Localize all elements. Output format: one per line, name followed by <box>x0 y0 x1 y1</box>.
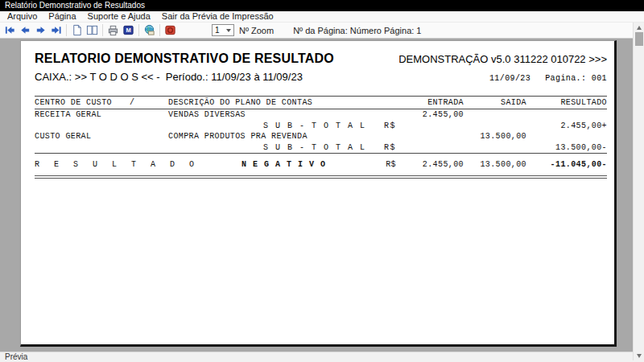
single-page-view-button[interactable] <box>69 23 85 38</box>
total-saida: 13.500,00 <box>464 160 526 169</box>
menubar: Arquivo Página Suporte e Ajuda Sair da P… <box>0 11 644 23</box>
close-preview-icon <box>164 24 176 36</box>
chevron-down-icon <box>226 29 231 32</box>
zoom-value: 1 <box>215 26 220 35</box>
titlebar: Relatório Demonstrativo de Resultados <box>0 0 644 11</box>
matrix-print-icon: M <box>122 24 134 36</box>
statusbar: Prévia <box>0 352 644 362</box>
table-double-rule <box>35 175 607 179</box>
col-header-centro: CENTRO DE CUSTO <box>35 98 123 107</box>
report-page-number: Pagina.: 001 <box>545 74 607 83</box>
next-page-button[interactable] <box>33 23 48 38</box>
next-page-icon <box>35 24 47 36</box>
web-export-button[interactable] <box>142 23 157 38</box>
col-header-resultado: RESULTADO <box>526 98 607 107</box>
print-button[interactable] <box>105 23 121 38</box>
report-filter-line: CAIXA.: >> T O D O S << - Período.: 11/0… <box>35 71 303 83</box>
last-page-button[interactable] <box>48 23 64 38</box>
previous-page-icon <box>19 24 31 36</box>
scroll-down-button[interactable] <box>634 351 644 360</box>
report-date-page: 11/09/23 Pagina.: 001 <box>489 74 607 83</box>
cell-entrada: 2.455,00 <box>396 110 464 119</box>
report-date: 11/09/23 <box>489 74 530 83</box>
vertical-scrollbar[interactable] <box>633 23 644 360</box>
globe-icon <box>143 24 155 36</box>
previous-page-button[interactable] <box>18 23 33 38</box>
printer-icon <box>107 24 119 36</box>
total-status: N E G A T I V O <box>204 160 364 169</box>
menu-item-pagina[interactable]: Página <box>43 11 81 22</box>
toolbar-separator <box>102 24 103 36</box>
app-window: Relatório Demonstrativo de Resultados Ar… <box>0 0 644 362</box>
scroll-up-button[interactable] <box>634 23 644 32</box>
single-page-icon <box>71 24 83 36</box>
cell-centro: CUSTO GERAL <box>35 132 123 141</box>
menu-item-suporte-e-ajuda[interactable]: Suporte e Ajuda <box>82 11 156 22</box>
total-label: R E S U L T A D O <box>35 160 204 169</box>
toolbar-separator <box>159 24 160 36</box>
total-currency: R$ <box>364 160 396 169</box>
table-subtotal-row: S U B - T O T A L R$ 2.455,00+ <box>35 121 607 132</box>
table-total-row: R E S U L T A D O N E G A T I V O R$ 2.4… <box>35 154 607 175</box>
cell-descricao: COMPRA PRODUTOS PRA REVENDA <box>168 132 396 141</box>
report-page: RELATORIO DEMONSTRATIVO DE RESULTADO DEM… <box>20 40 617 347</box>
page-info-label: Nº da Página: Número Página: 1 <box>293 26 421 35</box>
report-table: CENTRO DE CUSTO / DESCRIÇÃO DO PLANO DE … <box>35 96 607 179</box>
menu-item-arquivo[interactable]: Arquivo <box>2 11 43 22</box>
report-edition: DEMONSTRAÇÃO v5.0 311222 010722 >>> <box>398 53 607 65</box>
subtotal-label: S U B - T O T A L R$ <box>35 143 396 152</box>
total-entrada: 2.455,00 <box>396 160 464 169</box>
subtotal-resultado: 13.500,00- <box>526 143 607 152</box>
total-resultado: -11.045,00- <box>526 160 607 169</box>
window-title: Relatório Demonstrativo de Resultados <box>5 1 145 10</box>
preview-viewport: RELATORIO DEMONSTRATIVO DE RESULTADO DEM… <box>0 39 633 352</box>
toolbar-separator <box>138 24 139 36</box>
menu-item-sair-da-previa[interactable]: Sair da Prévia de Impressão <box>156 11 279 22</box>
status-text: Prévia <box>5 352 27 361</box>
table-subtotal-row: S U B - T O T A L R$ 13.500,00- <box>35 142 607 154</box>
table-row: RECEITA GERAL VENDAS DIVERSAS 2.455,00 <box>35 109 607 121</box>
col-header-entrada: ENTRADA <box>396 98 464 107</box>
svg-text:M: M <box>126 27 130 34</box>
toolbar: M 1 <box>0 23 633 39</box>
cell-descricao: VENDAS DIVERSAS <box>168 110 396 119</box>
zoom-label: Nº Zoom <box>239 26 274 35</box>
book-view-icon <box>86 24 98 36</box>
toolbar-separator <box>66 24 67 36</box>
table-header-row: CENTRO DE CUSTO / DESCRIÇÃO DO PLANO DE … <box>35 97 607 109</box>
subtotal-resultado: 2.455,00+ <box>526 121 607 130</box>
book-view-button[interactable] <box>85 23 100 38</box>
zoom-dropdown[interactable]: 1 <box>212 24 234 36</box>
col-header-saida: SAIDA <box>464 98 526 107</box>
scroll-down-icon <box>637 354 642 358</box>
cell-saida: 13.500,00 <box>464 132 526 141</box>
cell-centro: RECEITA GERAL <box>35 110 123 119</box>
last-page-icon <box>50 24 62 36</box>
scroll-up-icon <box>637 26 642 30</box>
first-page-icon <box>4 24 16 36</box>
close-preview-button[interactable] <box>163 23 178 38</box>
col-header-descricao: DESCRIÇÃO DO PLANO DE CONTAS <box>168 98 396 107</box>
first-page-button[interactable] <box>2 23 18 38</box>
report-title: RELATORIO DEMONSTRATIVO DE RESULTADO <box>35 51 334 66</box>
matrix-print-button[interactable]: M <box>121 23 136 38</box>
col-header-slash: / <box>123 98 168 107</box>
subtotal-label: S U B - T O T A L R$ <box>35 121 396 130</box>
scrollbar-thumb[interactable] <box>635 32 643 46</box>
table-row: CUSTO GERAL COMPRA PRODUTOS PRA REVENDA … <box>35 131 607 142</box>
